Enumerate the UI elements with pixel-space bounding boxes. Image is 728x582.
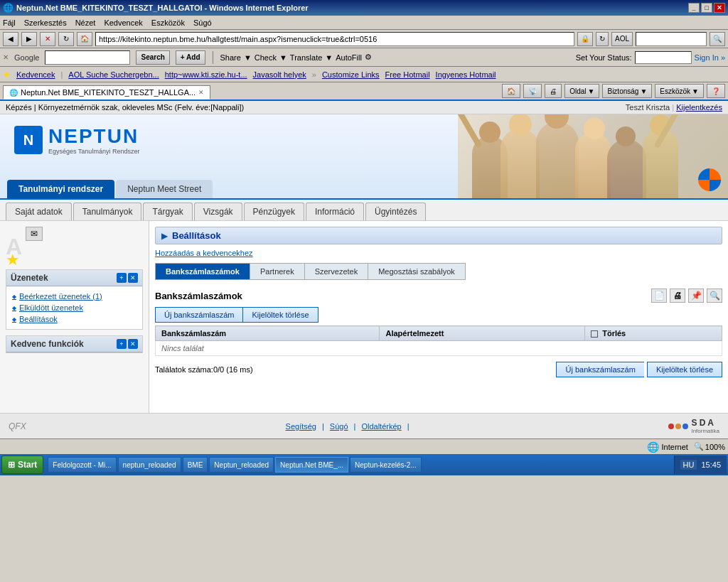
nav-tab-tanulmany[interactable]: Tanulmányi rendszer — [7, 180, 114, 198]
taskbar-item-0[interactable]: Feldolgozott - Mi... — [48, 457, 116, 473]
fav-hotmail[interactable]: Free Hotmail — [385, 70, 430, 79]
main-tab-penzugyek[interactable]: Pénzügyek — [244, 203, 304, 220]
fav-kedvencek[interactable]: Kedvencek — [16, 70, 55, 79]
fav-javasolt[interactable]: Javasolt helyek — [253, 70, 306, 79]
address-input[interactable] — [95, 32, 574, 46]
aol-button[interactable]: AOL — [611, 32, 633, 46]
taskbar-item-5[interactable]: Neptun-kezelés-2... — [350, 457, 422, 473]
autofill-tool[interactable]: AutoFill — [336, 53, 362, 62]
set-status-label: Set Your Status: — [576, 53, 632, 62]
delete-selected-button[interactable]: Kijelöltek törlése — [242, 307, 318, 323]
sub-tab-bank[interactable]: Bankszámlaszámok — [155, 263, 250, 280]
bank-section-title: Bankszámlaszámok 📄 🖨 📌 🔍 — [155, 286, 722, 307]
help-cmd-button[interactable]: ❓ — [707, 84, 725, 98]
google-search-input[interactable] — [45, 50, 130, 65]
main-tab-sajat[interactable]: Saját adatok — [6, 203, 72, 220]
col-bank-number: Bankszámlaszám — [156, 326, 380, 341]
favorites-icons: + ✕ — [117, 339, 138, 349]
messages-add-icon[interactable]: + — [117, 273, 127, 283]
ie-tab-neptun[interactable]: 🌐 Neptun.Net BME_KITEKINTO_TESZT_HALLGA.… — [3, 85, 210, 99]
sda-sub: Informatika — [691, 428, 719, 434]
back-button[interactable]: ◀ — [3, 32, 18, 46]
nav-tab-meet[interactable]: Neptun Meet Street — [116, 180, 213, 198]
fav-customize[interactable]: Customize Links — [322, 70, 380, 79]
fav-kti[interactable]: http~www.kti.szie.hu-t... — [165, 70, 247, 79]
left-sidebar: A ✉ ★ Üzenetek + ✕ — [0, 221, 149, 413]
menu-tools[interactable]: Eszközök — [151, 18, 185, 27]
taskbar-item-2[interactable]: BME — [183, 457, 208, 473]
page-cmd-button[interactable]: Oldal▼ — [564, 84, 599, 98]
security-cmd-button[interactable]: Biztonság▼ — [602, 84, 652, 98]
rss-cmd-button[interactable]: 📡 — [523, 84, 542, 98]
toolbar-close[interactable]: ✕ — [3, 53, 9, 61]
neptun-logo-sub: Egységes Tanulmányi Rendszer — [48, 148, 139, 155]
menu-favorites[interactable]: Kedvencek — [104, 18, 142, 27]
people-group — [458, 114, 728, 200]
neptun-globe-icon[interactable] — [698, 168, 721, 191]
home-button[interactable]: 🏠 — [77, 32, 92, 46]
inbox-link[interactable]: ◆ Beérkezett üzenetek (1) — [12, 291, 136, 302]
taskbar-item-4[interactable]: Neptun.Net BME_... — [275, 457, 348, 473]
main-tab-ugyintezas[interactable]: Ügyintézés — [365, 203, 426, 220]
refresh-button[interactable]: ↻ — [58, 32, 74, 46]
logout-link[interactable]: Kijelentkezés — [676, 103, 722, 112]
favorites-close-icon[interactable]: ✕ — [128, 339, 138, 349]
start-button[interactable]: ⊞ Start — [1, 456, 43, 474]
print-icon[interactable]: 🖨 — [670, 289, 685, 303]
stop-button[interactable]: ✕ — [40, 32, 55, 46]
main-tab-informacio[interactable]: Információ — [306, 203, 364, 220]
close-button[interactable]: ✕ — [714, 3, 725, 13]
main-tab-tanulmanyok[interactable]: Tanulmányok — [73, 203, 142, 220]
restore-button[interactable]: □ — [701, 3, 712, 13]
signin-link[interactable]: Sign In » — [695, 53, 725, 62]
sugo-link[interactable]: Súgó — [330, 422, 348, 431]
lock-icon: 🔒 — [577, 32, 593, 46]
neptun-nav: Tanulmányi rendszer Neptun Meet Street — [0, 180, 213, 198]
export-icon[interactable]: 📄 — [651, 289, 667, 303]
status-box: Set Your Status: Sign In » — [576, 51, 725, 64]
taskbar-item-3[interactable]: Neptun_reloaded — [209, 457, 274, 473]
add-button[interactable]: + Add — [176, 50, 205, 65]
refresh-addr-button[interactable]: ↻ — [596, 32, 609, 46]
add-favorite-link[interactable]: Hozzáadás a kedvencekhez — [155, 249, 253, 257]
neptun-logo-area: N NEPTUN Egységes Tanulmányi Rendszer — [14, 125, 139, 155]
settings-link[interactable]: ◆ Beállítások — [12, 313, 136, 325]
fav-ingyenes[interactable]: Ingyenes Hotmail — [436, 70, 496, 79]
print-cmd-button[interactable]: 🖨 — [545, 84, 562, 98]
check-tool[interactable]: Check — [255, 53, 277, 62]
messages-close-icon[interactable]: ✕ — [128, 273, 138, 283]
status-input[interactable] — [635, 51, 692, 64]
minimize-button[interactable]: _ — [688, 3, 700, 13]
sub-tab-sharing[interactable]: Megosztási szabályok — [368, 263, 466, 280]
aol-search-input[interactable] — [636, 32, 707, 46]
new-bank-button[interactable]: Új bankszámlaszám — [155, 307, 242, 323]
menu-view[interactable]: Nézet — [75, 18, 96, 27]
translate-tool[interactable]: Translate — [290, 53, 322, 62]
help-link[interactable]: Segítség — [286, 422, 316, 431]
share-tool[interactable]: Share — [220, 53, 241, 62]
fav-aol[interactable]: AOL Suche Suchergebn... — [68, 70, 159, 79]
search-icon[interactable]: 🔍 — [707, 289, 722, 303]
pin-icon[interactable]: 📌 — [688, 289, 704, 303]
forward-button[interactable]: ▶ — [21, 32, 37, 46]
sub-tab-partners[interactable]: Partnerek — [250, 263, 304, 280]
home-cmd-button[interactable]: 🏠 — [502, 84, 520, 98]
tools-cmd-button[interactable]: Eszközök▼ — [655, 84, 704, 98]
favorites-add-icon[interactable]: + — [117, 339, 127, 349]
footer-delete-button[interactable]: Kijelöltek törlése — [647, 362, 722, 377]
sent-link[interactable]: ◆ Elküldött üzenetek — [12, 302, 136, 313]
menu-file[interactable]: Fájl — [3, 18, 16, 27]
search-button[interactable]: Search — [136, 50, 169, 65]
sda-text: S D A — [691, 418, 719, 428]
menu-help[interactable]: Súgó — [193, 18, 212, 27]
main-tab-targyak[interactable]: Tárgyak — [143, 203, 192, 220]
footer-new-bank-button[interactable]: Új bankszámlaszám — [556, 362, 643, 377]
search-addr-button[interactable]: 🔍 — [710, 32, 725, 46]
tab-close-icon[interactable]: ✕ — [198, 89, 204, 96]
footer-sda: S D A Informatika — [668, 418, 719, 434]
sub-tab-orgs[interactable]: Szervezetek — [304, 263, 368, 280]
menu-edit[interactable]: Szerkesztés — [24, 18, 67, 27]
sitemap-link[interactable]: Oldaltérkép — [361, 422, 401, 431]
main-tab-vizsgak[interactable]: Vizsgák — [194, 203, 242, 220]
taskbar-item-1[interactable]: neptun_reloaded — [118, 457, 181, 473]
